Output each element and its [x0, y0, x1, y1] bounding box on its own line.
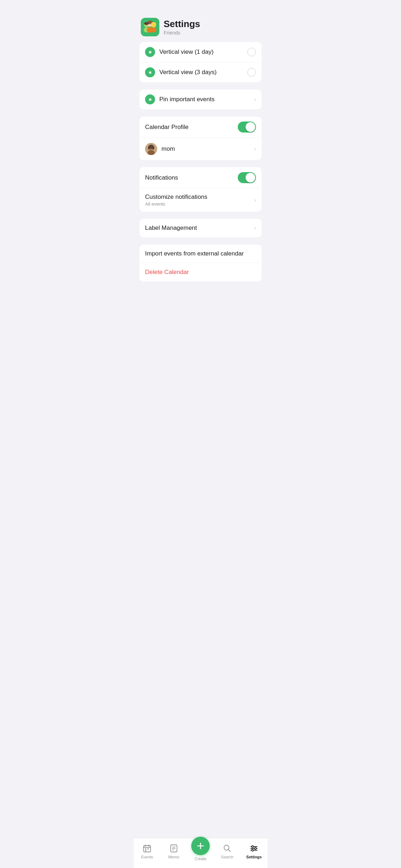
star-icon-pin: ★	[145, 94, 155, 104]
row-vertical-1day[interactable]: ★ Vertical view (1 day)	[139, 42, 262, 62]
delete-calendar-label: Delete Calendar	[145, 269, 256, 276]
svg-point-13	[148, 146, 150, 150]
page-title: Settings	[164, 19, 200, 30]
section-view-options: ★ Vertical view (1 day) ★ Vertical view …	[139, 42, 262, 82]
calendar-profile-label: Calendar Profile	[145, 124, 238, 131]
section-calendar-profile: Calendar Profile mom ›	[139, 117, 262, 160]
vertical-1day-label: Vertical view (1 day)	[159, 48, 247, 56]
chevron-notifications: ›	[254, 197, 256, 203]
row-pin-important[interactable]: ★ Pin important events ›	[139, 89, 262, 109]
toggle-knob-calendar-profile	[246, 122, 255, 132]
row-customize-notifications[interactable]: Customize notifications All events ›	[139, 188, 262, 212]
customize-notifications-label: Customize notifications	[145, 193, 251, 201]
svg-point-14	[152, 146, 154, 150]
avatar-mom	[145, 143, 157, 155]
row-notifications[interactable]: Notifications	[139, 167, 262, 188]
toggle-calendar-profile[interactable]	[238, 122, 256, 133]
row-vertical-3days[interactable]: ★ Vertical view (3 days)	[139, 62, 262, 82]
notifications-label: Notifications	[145, 174, 238, 181]
customize-notifications-sublabel: All events	[145, 201, 251, 207]
row-delete-calendar[interactable]: Delete Calendar	[139, 263, 262, 281]
label-management-label: Label Management	[145, 224, 251, 232]
chevron-mom: ›	[254, 146, 256, 152]
app-icon	[141, 18, 159, 36]
section-label-management: Label Management ›	[139, 219, 262, 237]
row-import-events[interactable]: Import events from external calendar	[139, 244, 262, 263]
star-icon-3days: ★	[145, 67, 155, 77]
profile-mom-label: mom	[161, 145, 251, 153]
star-icon-1day: ★	[145, 47, 155, 57]
page-header: Settings Friends	[134, 0, 267, 42]
toggle-knob-notifications	[246, 173, 255, 182]
svg-point-8	[151, 22, 156, 25]
pin-important-label: Pin important events	[159, 96, 251, 103]
section-import-delete: Import events from external calendar Del…	[139, 244, 262, 281]
chevron-pin: ›	[254, 96, 256, 103]
header-subtitle: Friends	[164, 30, 200, 36]
svg-point-7	[144, 22, 149, 25]
section-pin-events: ★ Pin important events ›	[139, 89, 262, 109]
vertical-3days-label: Vertical view (3 days)	[159, 69, 247, 76]
radio-vertical-3days[interactable]	[247, 68, 256, 77]
import-events-label: Import events from external calendar	[145, 250, 256, 257]
customize-notifications-text: Customize notifications All events	[145, 193, 251, 207]
radio-vertical-1day[interactable]	[247, 48, 256, 56]
row-calendar-profile[interactable]: Calendar Profile	[139, 117, 262, 138]
chevron-label-management: ›	[254, 225, 256, 231]
section-notifications: Notifications Customize notifications Al…	[139, 167, 262, 212]
row-label-management[interactable]: Label Management ›	[139, 219, 262, 237]
header-text-group: Settings Friends	[164, 19, 200, 36]
toggle-notifications[interactable]	[238, 172, 256, 183]
svg-point-5	[151, 27, 156, 32]
row-profile-mom[interactable]: mom ›	[139, 138, 262, 160]
